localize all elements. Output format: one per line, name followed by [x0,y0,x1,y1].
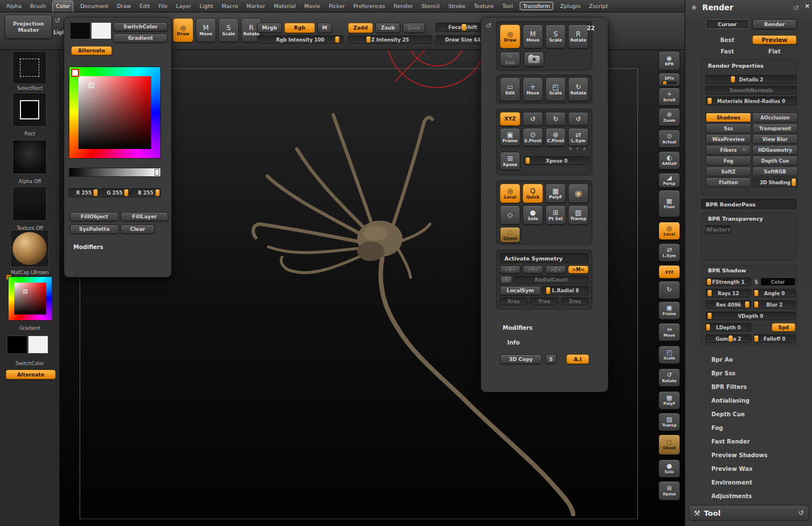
smooth-normals-slider[interactable]: SmoothNormals [706,86,797,94]
texture-off-thumb[interactable] [13,187,47,221]
transform-scale-button[interactable]: S Scale [545,24,566,48]
vdepth-slider[interactable]: VDepth 0 [706,312,796,320]
angle-slider[interactable]: Angle 0 [753,289,796,297]
bounding-cube-button[interactable]: ◇ [500,205,520,225]
menu-brush[interactable]: Brush [28,2,47,10]
zadd-button[interactable]: Zadd [348,23,373,33]
mrgb-button[interactable]: Mrgb [257,23,282,33]
slider-handle[interactable] [525,158,529,164]
local-symmetry-button[interactable]: ⇄ L.Sym [568,128,589,146]
flatten-button[interactable]: Flatten [706,177,751,187]
l-radial-slider[interactable]: L.Radial 8 [542,286,589,295]
slider-handle[interactable] [155,189,159,196]
menu-file[interactable]: File [157,2,169,10]
menu-movie[interactable]: Movie [303,2,322,10]
palette-history-icon[interactable]: ↺ [793,5,799,11]
strip-xyz-button[interactable]: XYZ [658,265,680,279]
materials-blend-radius-slider[interactable]: Materials Blend-Radius 0 [706,97,797,105]
symmetry-x-button[interactable]: >X< [500,266,520,274]
frame-button[interactable]: ▣ Frame [500,128,520,146]
cursor-button[interactable]: Cursor [706,19,749,29]
rays-slider[interactable]: Rays 12 [706,289,751,297]
menu-texture[interactable]: Texture [473,2,496,10]
close-icon[interactable]: × [805,2,810,10]
zres-slider[interactable]: Zres [561,297,589,305]
slider-handle[interactable] [745,301,749,308]
modifiers-label[interactable]: Modifiers [73,244,103,250]
menu-render[interactable]: Render [392,2,415,10]
symmetry-m-button[interactable]: >M< [568,266,589,274]
strip-scroll-button[interactable]: + Scroll [658,88,680,106]
softrgb-button[interactable]: SoftRGB [752,167,798,176]
secondary-color-swatch[interactable] [28,336,48,354]
strip-actual-button[interactable]: ⊙ Actual [658,130,680,148]
strip-polyf-button[interactable]: ▦ PolyF [658,391,680,409]
sys-palette-button[interactable]: SysPalette [70,225,119,234]
menu-stencil[interactable]: Stencil [420,2,441,10]
fill-layer-button[interactable]: FillLayer [121,212,168,221]
menu-marker[interactable]: Marker [245,2,267,10]
ai-button[interactable]: A.I [566,354,589,364]
symmetry-y-button[interactable]: >Y< [523,266,543,274]
local-button[interactable]: ◎ Local [500,184,520,203]
spin-z-button[interactable]: ↺ [568,112,589,126]
projection-master-button[interactable]: Projection Master [5,15,52,39]
hdgeometry-button[interactable]: HDGeometry [752,145,798,155]
section-depth-cue[interactable]: Depth Cue [685,407,812,421]
slider-handle[interactable] [367,36,371,43]
section-bpr-sss[interactable]: Bpr Sss [685,366,812,380]
best-button[interactable]: Best [706,35,749,44]
xyz-button[interactable]: XYZ [500,112,520,126]
gamma-slider[interactable]: Gamma 2 [706,334,751,343]
menu-transform[interactable]: Transform [520,2,553,10]
menu-edit[interactable]: Edit [138,2,151,10]
section-fast-render[interactable]: Fast Render [685,434,812,448]
transform-move-button[interactable]: M Move [523,24,543,48]
menu-preferences[interactable]: Preferences [351,2,387,10]
strip-zoom-button[interactable]: ⊕ Zoom [658,108,680,126]
flat-button[interactable]: Flat [752,47,797,56]
spd-button[interactable]: Spd [772,323,796,332]
spin-y-button[interactable]: ↻ [545,112,566,126]
fill-object-button[interactable]: FillObject [70,212,119,221]
menu-color[interactable]: Color [52,1,73,12]
info-label[interactable]: Info [507,339,520,346]
transparency-button[interactable]: ▨ Transp [568,205,589,225]
strip-spin-button[interactable]: ↻ [658,281,680,299]
xpose-button[interactable]: ⊞ Xpose [500,152,520,170]
copy-3d-button[interactable]: 3D Copy [500,354,542,364]
xres-slider[interactable]: Xres [500,297,527,305]
value-bar[interactable] [69,168,161,177]
slider-handle[interactable] [728,336,732,342]
slider-handle[interactable] [731,76,735,82]
menu-draw[interactable]: Draw [115,2,132,10]
modifiers-label[interactable]: Modifiers [503,325,533,331]
edit-disabled-button[interactable]: ✎ Edit [500,52,520,67]
preview-button[interactable]: Preview [752,35,797,44]
transparent-button[interactable]: Transparent [752,123,798,133]
popup-alternate-button[interactable]: Alternate [71,46,112,55]
rgb-intensity-slider[interactable]: Rgb Intensity 100 [257,35,343,44]
sv-cursor[interactable] [23,289,27,293]
slider-handle[interactable] [792,179,796,186]
blue-slider[interactable]: B 255 [130,188,161,197]
strip-solo-button[interactable]: ● Solo [658,459,680,478]
menu-material[interactable]: Material [272,2,297,10]
section-adjustments[interactable]: Adjustments [685,489,812,503]
softz-button[interactable]: SoftZ [706,167,751,176]
activate-symmetry-header[interactable]: Activate Symmetry [500,253,589,263]
set-pivot-button[interactable]: ⊙ S.Pivot [523,128,543,146]
slider-handle[interactable] [708,313,712,319]
mini-slider[interactable] [662,81,677,84]
s-button[interactable]: S [545,354,557,364]
ldepth-slider[interactable]: LDepth 0 [706,323,751,332]
alpha-off-thumb[interactable] [13,140,47,174]
clear-pivot-button[interactable]: ⊕ C.Pivot [545,128,566,146]
bpr-transparency-header[interactable]: BPR Transparency [708,216,763,222]
red-slider[interactable]: R 255 [69,188,99,197]
section-bpr-filters[interactable]: BPR Filters [685,380,812,394]
popup-main-color-swatch[interactable] [70,22,90,39]
wax-preview-button[interactable]: WaxPreview [706,134,751,144]
store-view-button[interactable] [524,52,544,67]
strip-frame-button[interactable]: ▣ Frame [658,301,680,320]
